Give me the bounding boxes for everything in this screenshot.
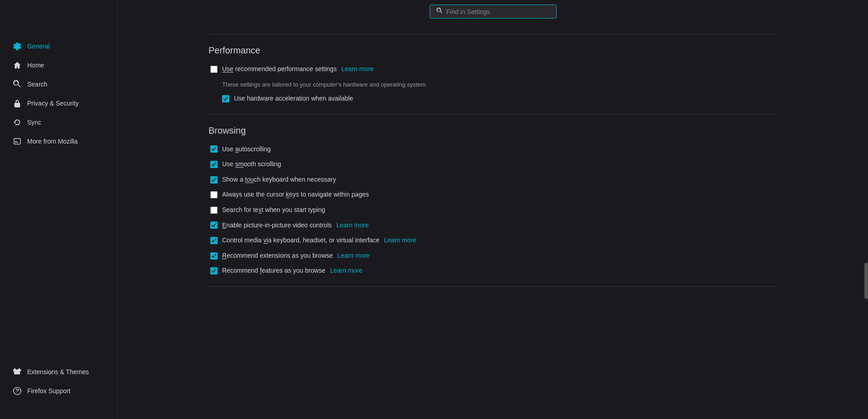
media-keyboard-learn-more[interactable]: Learn more xyxy=(384,236,417,244)
sidebar-item-more-mozilla-label: More from Mozilla xyxy=(27,138,78,145)
cursor-keys-checkbox[interactable] xyxy=(210,191,218,198)
touch-keyboard-label: Show a touch keyboard when necessary xyxy=(222,175,336,184)
gear-icon xyxy=(13,42,22,51)
sidebar-item-general[interactable]: General xyxy=(4,37,114,55)
topbar xyxy=(118,0,868,23)
svg-point-4 xyxy=(17,393,17,393)
sidebar-top-nav: General Home Search xyxy=(0,9,117,362)
recommend-extensions-checkbox[interactable] xyxy=(210,252,218,260)
search-icon xyxy=(436,8,443,15)
sync-icon xyxy=(13,118,22,127)
pip-row: Enable picture-in-picture video controls… xyxy=(209,221,777,230)
performance-section-title: Performance xyxy=(209,45,777,56)
pip-learn-more[interactable]: Learn more xyxy=(336,222,369,229)
search-text-checkbox[interactable] xyxy=(210,207,218,214)
hardware-accel-row: Use hardware acceleration when available xyxy=(209,94,777,103)
help-icon xyxy=(13,386,22,395)
sidebar-item-home[interactable]: Home xyxy=(4,56,114,74)
sidebar-item-privacy[interactable]: Privacy & Security xyxy=(4,94,114,112)
sidebar-item-extensions-label: Extensions & Themes xyxy=(27,368,89,376)
recommend-features-row: Recommend features as you browse Learn m… xyxy=(209,266,777,275)
top-divider xyxy=(209,34,777,34)
cursor-keys-label: Always use the cursor keys to navigate w… xyxy=(222,190,369,199)
find-in-settings-input[interactable] xyxy=(446,8,550,15)
autoscrolling-label: Use autoscrolling xyxy=(222,145,271,154)
svg-text:m: m xyxy=(15,140,18,144)
main-content: Performance Use recommended performance … xyxy=(118,0,868,419)
smooth-scrolling-checkbox[interactable] xyxy=(210,161,218,168)
sidebar: General Home Search xyxy=(0,0,118,419)
sidebar-item-sync-label: Sync xyxy=(27,119,41,126)
autoscrolling-row: Use autoscrolling xyxy=(209,145,777,154)
sidebar-item-home-label: Home xyxy=(27,62,44,69)
lock-icon xyxy=(13,99,22,108)
recommend-features-label: Recommend features as you browse Learn m… xyxy=(222,266,363,275)
browsing-section-title: Browsing xyxy=(209,125,777,136)
recommend-features-learn-more[interactable]: Learn more xyxy=(330,267,363,274)
sidebar-item-general-label: General xyxy=(27,43,50,50)
sidebar-item-privacy-label: Privacy & Security xyxy=(27,100,79,107)
mid-divider xyxy=(209,114,777,115)
recommended-perf-checkbox[interactable] xyxy=(210,66,218,73)
pip-label: Enable picture-in-picture video controls… xyxy=(222,221,369,230)
cursor-keys-row: Always use the cursor keys to navigate w… xyxy=(209,190,777,199)
search-icon xyxy=(13,80,22,89)
sidebar-item-more-mozilla[interactable]: m More from Mozilla xyxy=(4,132,114,150)
recommended-perf-label: Use recommended performance settings Lea… xyxy=(222,65,373,74)
sidebar-item-search[interactable]: Search xyxy=(4,75,114,93)
recommend-extensions-learn-more[interactable]: Learn more xyxy=(337,252,370,259)
media-keyboard-checkbox[interactable] xyxy=(210,237,218,244)
sidebar-item-search-label: Search xyxy=(27,81,47,88)
smooth-scrolling-label: Use smooth scrolling xyxy=(222,160,281,169)
perf-recommended-row: Use recommended performance settings Lea… xyxy=(209,65,777,74)
recommend-features-checkbox[interactable] xyxy=(210,267,218,275)
sidebar-item-sync[interactable]: Sync xyxy=(4,113,114,131)
touch-keyboard-checkbox[interactable] xyxy=(210,176,218,183)
media-keyboard-label: Control media via keyboard, headset, or … xyxy=(222,236,417,245)
recommend-extensions-row: Recommend extensions as you browse Learn… xyxy=(209,251,777,260)
home-icon xyxy=(13,61,22,70)
scrollbar-thumb[interactable] xyxy=(864,263,868,299)
svg-rect-0 xyxy=(15,103,20,107)
recommended-perf-learn-more[interactable]: Learn more xyxy=(341,65,374,72)
bottom-divider xyxy=(209,286,777,287)
sidebar-bottom-nav: Extensions & Themes Firefox Support xyxy=(0,362,117,410)
search-box[interactable] xyxy=(430,5,557,19)
media-keyboard-row: Control media via keyboard, headset, or … xyxy=(209,236,777,245)
hardware-accel-label: Use hardware acceleration when available xyxy=(234,94,353,103)
touch-keyboard-row: Show a touch keyboard when necessary xyxy=(209,175,777,184)
settings-content: Performance Use recommended performance … xyxy=(118,23,868,419)
sidebar-item-extensions[interactable]: Extensions & Themes xyxy=(4,363,114,381)
autoscrolling-checkbox[interactable] xyxy=(210,145,218,153)
sidebar-item-support[interactable]: Firefox Support xyxy=(4,382,114,400)
pip-checkbox[interactable] xyxy=(210,222,218,229)
puzzle-icon xyxy=(13,367,22,376)
search-text-label: Search for text when you start typing xyxy=(222,206,325,215)
smooth-scrolling-row: Use smooth scrolling xyxy=(209,160,777,169)
mozilla-icon: m xyxy=(13,137,22,146)
recommend-extensions-label: Recommend extensions as you browse Learn… xyxy=(222,251,370,260)
perf-description: These settings are tailored to your comp… xyxy=(209,80,777,89)
hardware-accel-checkbox[interactable] xyxy=(222,95,229,102)
search-text-row: Search for text when you start typing xyxy=(209,206,777,215)
sidebar-item-support-label: Firefox Support xyxy=(27,387,71,395)
